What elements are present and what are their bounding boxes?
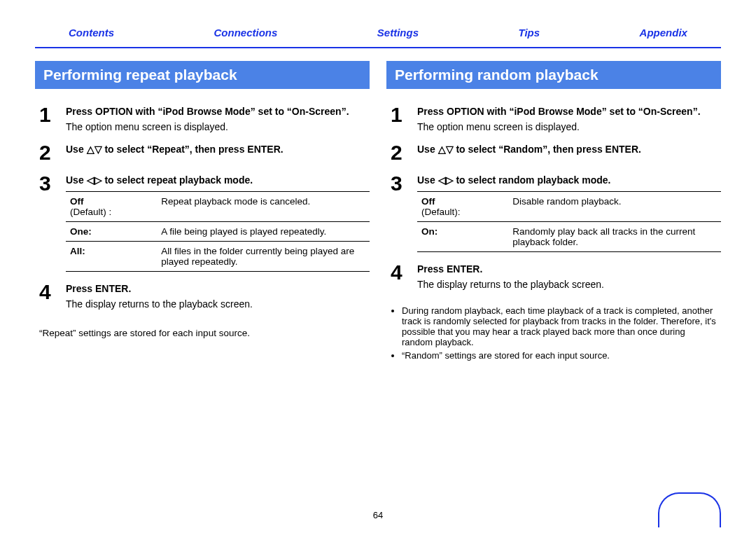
step-instruction: Press ENTER. <box>66 283 370 294</box>
left-step-4: 4 Press ENTER. The display returns to th… <box>35 282 370 310</box>
step-number: 3 <box>391 173 407 252</box>
nav-tips[interactable]: Tips <box>519 27 540 39</box>
step-number: 1 <box>39 104 56 132</box>
top-nav: Contents Connections Settings Tips Appen… <box>0 0 756 47</box>
table-row: On: Randomly play back all tracks in the… <box>417 222 721 252</box>
right-step-3: 3 Use ◁▷ to select random playback mode.… <box>386 173 721 252</box>
step-desc: The option menu screen is displayed. <box>417 121 721 132</box>
step-instruction: Press OPTION with “iPod Browse Mode” set… <box>66 106 370 117</box>
table-row: One: A file being played is played repea… <box>66 222 370 242</box>
step-number: 1 <box>391 104 407 132</box>
page-number: 64 <box>0 510 756 520</box>
left-title: Performing repeat playback <box>35 61 370 89</box>
step-instruction: Use △▽ to select “Random”, then press EN… <box>417 144 721 155</box>
step-number: 2 <box>391 142 407 163</box>
right-modes-table: Off(Default): Disable random playback. O… <box>417 191 721 252</box>
table-row: All: All files in the folder currently b… <box>66 242 370 272</box>
left-step-1: 1 Press OPTION with “iPod Browse Mode” s… <box>35 104 370 132</box>
table-row: Off(Default) : Repeat playback mode is c… <box>66 192 370 222</box>
step-instruction: Press OPTION with “iPod Browse Mode” set… <box>417 106 721 117</box>
right-step-1: 1 Press OPTION with “iPod Browse Mode” s… <box>386 104 721 132</box>
table-row: Off(Default): Disable random playback. <box>417 192 721 222</box>
corner-arc-decoration <box>658 492 721 527</box>
nav-settings[interactable]: Settings <box>377 27 419 39</box>
note-item: “Random” settings are stored for each in… <box>402 350 717 361</box>
step-desc: The option menu screen is displayed. <box>66 121 370 132</box>
nav-appendix[interactable]: Appendix <box>640 27 687 39</box>
step-number: 2 <box>39 142 56 163</box>
left-footnote: “Repeat” settings are stored for each in… <box>35 319 370 338</box>
left-modes-table: Off(Default) : Repeat playback mode is c… <box>66 191 370 272</box>
nav-contents[interactable]: Contents <box>69 27 114 39</box>
step-number: 3 <box>39 173 56 272</box>
step-desc: The display returns to the playback scre… <box>417 279 721 290</box>
step-instruction: Use ◁▷ to select random playback mode. <box>417 174 721 186</box>
right-column: Performing random playback 1 Press OPTIO… <box>386 61 721 364</box>
step-instruction: Use ◁▷ to select repeat playback mode. <box>66 174 370 186</box>
step-instruction: Press ENTER. <box>417 263 721 275</box>
step-desc: The display returns to the playback scre… <box>66 298 370 310</box>
note-item: During random playback, each time playba… <box>402 305 717 347</box>
step-instruction: Use △▽ to select “Repeat”, then press EN… <box>66 144 370 155</box>
left-step-3: 3 Use ◁▷ to select repeat playback mode.… <box>35 173 370 272</box>
header-divider <box>35 47 721 48</box>
right-notes: During random playback, each time playba… <box>386 300 721 361</box>
step-number: 4 <box>39 282 56 310</box>
step-number: 4 <box>391 262 407 290</box>
nav-connections[interactable]: Connections <box>214 27 278 39</box>
left-column: Performing repeat playback 1 Press OPTIO… <box>35 61 370 364</box>
right-step-4: 4 Press ENTER. The display returns to th… <box>386 262 721 290</box>
left-step-2: 2 Use △▽ to select “Repeat”, then press … <box>35 142 370 163</box>
right-title: Performing random playback <box>386 61 721 89</box>
right-step-2: 2 Use △▽ to select “Random”, then press … <box>386 142 721 163</box>
